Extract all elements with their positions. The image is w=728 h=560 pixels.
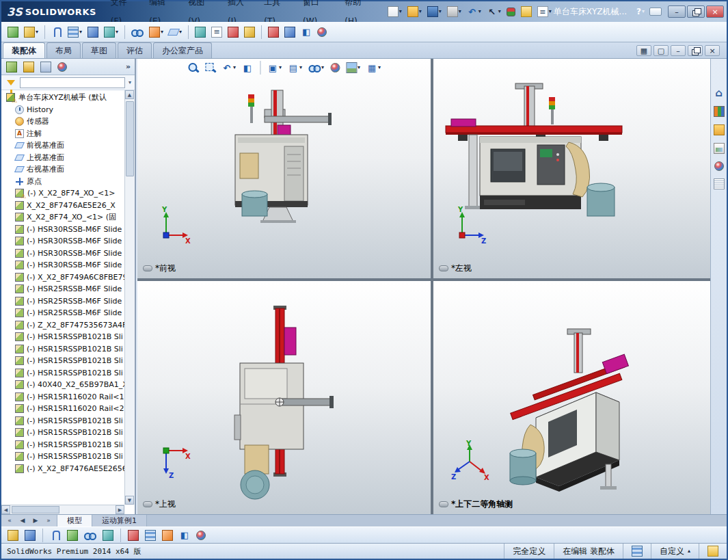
tree-item[interactable]: (-) X_X2_8F7476AE5E2656	[1, 463, 124, 475]
tree-item[interactable]: ⚠单台车床XYZ机械手 (默认	[1, 92, 124, 104]
tree-item[interactable]: (-) HSR15RSSPB1021B Sli	[1, 343, 124, 356]
configurationmanager-tab[interactable]	[38, 60, 53, 74]
previous-document-tab-button[interactable]: ◀	[16, 516, 29, 526]
options-button[interactable]: ≡▾	[535, 5, 554, 18]
section-properties-button[interactable]: ◧	[299, 25, 314, 39]
tree-item[interactable]: X_X2_8F74_XO_<1> (固	[1, 211, 124, 224]
tree-item[interactable]: History	[1, 104, 124, 116]
command-tab-0[interactable]: 装配体	[3, 42, 45, 58]
tree-item[interactable]: (-) HSR15R116020 Rail<2	[1, 403, 124, 415]
interference-detection-button[interactable]	[266, 25, 281, 39]
tree-vertical-scrollbar[interactable]: ▲ ▼	[124, 90, 135, 505]
save-button[interactable]: ▾	[425, 5, 444, 18]
exploded-view-button[interactable]	[226, 25, 241, 39]
next-document-tab-button[interactable]: ▶	[29, 516, 42, 526]
appearances-scenes-tab[interactable]	[712, 160, 726, 172]
tree-item[interactable]: A注解	[1, 128, 124, 140]
document-tab-1[interactable]: 运动算例1	[92, 515, 147, 526]
single-viewport-button[interactable]: ▢	[653, 45, 669, 56]
rebuild-button[interactable]	[504, 6, 517, 18]
tree-item[interactable]: (-) Z_X2_8F747535673A4F	[1, 319, 124, 332]
expand-panel-button[interactable]: »	[126, 62, 135, 71]
file-explorer-tab[interactable]	[712, 123, 727, 137]
scrollbar-thumb[interactable]	[12, 506, 59, 514]
new-document-button[interactable]: ▾	[386, 5, 404, 18]
tree-item[interactable]: (-) HSR25RSSB-M6F Slide	[1, 283, 124, 295]
mass-properties-button[interactable]	[160, 529, 175, 542]
command-tab-2[interactable]: 草图	[82, 42, 116, 58]
viewport-isometric[interactable]: Y X Z *上下二等角轴测	[433, 281, 713, 514]
tree-item[interactable]: (-) 40X40_X2_65B97BA1_X	[1, 379, 124, 391]
tree-item[interactable]: (-) HSR15RSSPB1021B Sli	[1, 415, 124, 427]
command-tab-3[interactable]: 评估	[118, 42, 152, 58]
mate-button[interactable]	[48, 529, 63, 542]
tree-item[interactable]: (-) HSR15RSSPB1021B Sli	[1, 367, 124, 379]
section-view-button[interactable]: ◧	[177, 529, 192, 542]
tree-filter-input[interactable]	[20, 77, 125, 88]
tree-item[interactable]: 前视基准面	[1, 139, 124, 152]
tree-item[interactable]: 上视基准面	[1, 152, 124, 164]
show-hidden-components-button[interactable]	[129, 25, 146, 39]
scroll-left-button[interactable]: ◀	[1, 505, 10, 514]
tree-item[interactable]: 原点	[1, 176, 124, 188]
status-tag[interactable]	[699, 544, 727, 559]
file-properties-button[interactable]	[519, 5, 534, 18]
measure-button[interactable]	[282, 25, 297, 39]
command-tab-1[interactable]: 布局	[46, 42, 81, 58]
tree-item[interactable]: (-) HSR30RSSB-M6F Slide	[1, 235, 124, 248]
new-motion-study-button[interactable]	[193, 25, 208, 39]
help-button[interactable]: ? ▾	[634, 7, 647, 16]
community-button[interactable]	[647, 6, 664, 17]
viewport-front[interactable]: ↶▾◧▣▾▤▾▾▾▦▾	[137, 59, 431, 278]
open-document-button[interactable]: ▾	[405, 5, 424, 18]
first-document-tab-button[interactable]: «	[3, 516, 16, 526]
insert-components-button[interactable]: ▾	[22, 25, 40, 39]
tree-item[interactable]: (-) HSR15R116020 Rail<1	[1, 391, 124, 403]
command-tab-4[interactable]: 办公室产品	[153, 42, 212, 58]
appearance-button[interactable]	[315, 26, 329, 38]
scroll-down-button[interactable]: ▼	[125, 496, 134, 505]
assembly-features-button[interactable]: ▾	[147, 25, 165, 39]
smart-fasteners-button[interactable]	[85, 25, 100, 39]
tree-item[interactable]: (-) HSR15RSSPB1021B Sli	[1, 439, 124, 451]
mate-button[interactable]	[49, 25, 64, 39]
explode-line-sketch-button[interactable]	[242, 25, 257, 39]
select-button[interactable]: ↖▾	[485, 5, 503, 18]
measure-button[interactable]	[143, 529, 158, 542]
interference-detection-button[interactable]	[126, 529, 141, 542]
edit-component-button[interactable]	[5, 25, 21, 39]
scroll-right-button[interactable]: ▶	[116, 505, 124, 514]
viewport-top[interactable]: X Z *上视	[137, 281, 431, 514]
move-component-button[interactable]: ▾	[102, 25, 120, 39]
undo-button[interactable]: ↶▾	[465, 5, 483, 18]
bill-of-materials-button[interactable]: ≡	[209, 25, 224, 39]
smart-dimension-button[interactable]	[23, 529, 38, 542]
sketch-button[interactable]	[5, 529, 21, 542]
view-palette-tab[interactable]	[712, 142, 727, 155]
doc-minimize-button[interactable]: –	[671, 45, 686, 56]
tree-item[interactable]: (-) HSR25RSSB-M6F Slide	[1, 307, 124, 319]
tree-item[interactable]: (-) HSR25RSSB-M6F Slide	[1, 295, 124, 308]
viewport-left[interactable]: Y Z *左视	[433, 59, 713, 278]
design-library-tab[interactable]	[712, 105, 727, 118]
tree-item[interactable]: X_X2_8F7476AE5E26_X	[1, 200, 124, 212]
tree-item[interactable]: (-) HSR15RSSPB1021B Sli	[1, 331, 124, 343]
propertymanager-tab[interactable]	[21, 60, 36, 74]
scrollbar-thumb[interactable]	[126, 101, 134, 176]
isolate-button[interactable]	[100, 529, 116, 542]
tree-item[interactable]: (-) HSR15RSSPB1021B Sli	[1, 451, 124, 463]
featuremanager-tab[interactable]	[4, 60, 19, 74]
resources-tab[interactable]: ⌂	[712, 86, 727, 100]
tree-item[interactable]: (-) X_X2_8F749A6C8FBE79	[1, 271, 124, 284]
tree-item[interactable]: (-) HSR15RSSPB1021B Sli	[1, 427, 124, 439]
document-tab-0[interactable]: 模型	[57, 515, 92, 526]
appearances-button[interactable]	[194, 529, 208, 542]
tree-item[interactable]: 传感器	[1, 116, 124, 128]
tile-viewports-button[interactable]: ▦	[636, 45, 651, 56]
doc-close-button[interactable]: ×	[705, 45, 720, 56]
minimize-button[interactable]: –	[668, 5, 686, 18]
restore-button[interactable]	[687, 5, 705, 18]
tree-item[interactable]: (-) HSR15RSSPB1021B Sli	[1, 355, 124, 367]
doc-restore-button[interactable]	[688, 45, 703, 56]
edit-component-button[interactable]	[65, 529, 80, 542]
